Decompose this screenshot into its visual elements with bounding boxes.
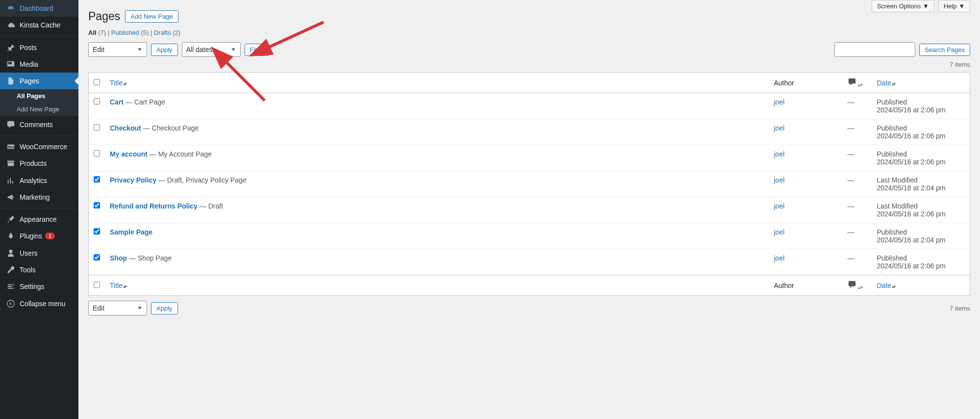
date-status: Published [877,98,965,106]
pages-table: Title Author ▴▾ Date Cart — Cart Pagejoe… [88,72,970,296]
dashboard-icon [6,4,16,13]
sidebar-item-label: Collapse menu [20,300,65,308]
sidebar-item-kinsta-cache[interactable]: Kinsta Cache [0,17,78,33]
sidebar-item-analytics[interactable]: Analytics [0,172,78,188]
select-all-top[interactable] [94,79,100,85]
sidebar-item-users[interactable]: Users [0,245,78,262]
admin-sidebar: DashboardKinsta CachePostsMediaPagesAll … [0,0,78,419]
view-filter-drafts[interactable]: Drafts (2) [154,29,180,36]
page-icon [6,77,16,85]
comment-icon [848,283,856,290]
plug-icon [6,232,16,240]
search-input[interactable] [834,42,915,57]
comment-count: — [848,124,854,132]
sidebar-item-label: Products [20,159,47,167]
sidebar-item-label: Settings [20,283,45,290]
submenu-item-add-new-page[interactable]: Add New Page [0,103,78,116]
view-filter-all[interactable]: All (7) [88,29,106,36]
collapse-icon [6,299,16,308]
sidebar-item-label: Appearance [20,215,57,223]
sidebar-item-settings[interactable]: Settings [0,278,78,295]
table-row: Cart — Cart Pagejoel—Published2024/05/16… [89,93,970,119]
date-value: 2024/05/16 at 2:04 pm [877,236,965,244]
sidebar-item-woocommerce[interactable]: WooWooCommerce [0,138,78,155]
page-title-link[interactable]: Privacy Policy [110,176,156,184]
author-link[interactable]: joel [774,176,785,184]
date-value: 2024/05/16 at 2:06 pm [877,132,965,140]
comment-icon [848,80,856,88]
select-all-bottom[interactable] [94,282,100,288]
bulk-apply-button-bottom[interactable]: Apply [151,302,178,314]
column-comments[interactable]: ▴▾ [843,73,872,93]
sidebar-item-posts[interactable]: Posts [0,39,78,56]
screen-options-button[interactable]: Screen Options ▼ [872,0,934,12]
page-title-suffix: — My Account Page [148,150,212,158]
sidebar-item-dashboard[interactable]: Dashboard [0,0,78,17]
comment-icon [6,120,16,129]
sidebar-item-plugins[interactable]: Plugins1 [0,228,78,244]
comment-count: — [848,98,854,106]
page-title-link[interactable]: My account [110,150,148,158]
page-title-link[interactable]: Checkout [110,124,141,132]
media-icon [6,60,16,69]
sidebar-item-pages[interactable]: Pages [0,73,78,89]
bulk-apply-button[interactable]: Apply [151,44,178,56]
date-value: 2024/05/16 at 2:04 pm [877,184,965,192]
page-title-link[interactable]: Refund and Returns Policy [110,202,198,210]
add-new-page-button[interactable]: Add New Page [125,10,178,23]
page-title-link[interactable]: Sample Page [110,228,152,236]
menu-separator [0,135,78,136]
sidebar-item-label: Kinsta Cache [20,21,60,29]
filter-button[interactable]: Filter [245,44,270,56]
search-button[interactable]: Search Pages [919,44,970,56]
column-title-sort-footer[interactable]: Title [110,282,126,289]
page-title-link[interactable]: Cart [110,98,124,106]
author-link[interactable]: joel [774,98,785,106]
row-checkbox[interactable] [94,254,100,261]
view-filter-published[interactable]: Published (5) [111,29,149,36]
date-status: Published [877,150,965,158]
cloud-icon [6,21,16,29]
row-checkbox[interactable] [94,176,100,183]
author-link[interactable]: joel [774,254,785,262]
date-filter-select[interactable]: All dates [182,42,241,57]
row-checkbox[interactable] [94,228,100,235]
archive-icon [6,159,16,168]
date-value: 2024/05/16 at 2:06 pm [877,106,965,114]
row-checkbox[interactable] [94,124,100,131]
column-date-sort-footer[interactable]: Date [877,282,895,289]
sidebar-item-media[interactable]: Media [0,56,78,73]
svg-point-2 [7,300,14,307]
submenu-item-all-pages[interactable]: All Pages [0,89,78,103]
date-status: Published [877,228,965,236]
row-checkbox[interactable] [94,202,100,209]
author-link[interactable]: joel [774,202,785,210]
bulk-action-select-bottom[interactable]: Edit [88,301,147,315]
sidebar-item-label: Comments [20,121,53,129]
column-title-sort[interactable]: Title [110,79,126,87]
author-link[interactable]: joel [774,150,785,158]
items-count-top: 7 items [950,61,970,68]
sidebar-item-tools[interactable]: Tools [0,262,78,278]
sidebar-item-label: Plugins [20,232,42,240]
page-title-link[interactable]: Shop [110,254,127,262]
sidebar-item-products[interactable]: Products [0,155,78,172]
sidebar-item-label: WooCommerce [20,143,67,151]
column-comments-footer[interactable]: ▴▾ [843,275,872,296]
row-checkbox[interactable] [94,150,100,157]
sidebar-item-collapse-menu[interactable]: Collapse menu [0,295,78,312]
sidebar-item-comments[interactable]: Comments [0,116,78,132]
sidebar-item-marketing[interactable]: Marketing [0,189,78,206]
row-checkbox[interactable] [94,98,100,105]
screen-meta-links: Screen Options ▼ Help ▼ [872,0,970,12]
author-link[interactable]: joel [774,124,785,132]
author-link[interactable]: joel [774,228,785,236]
date-value: 2024/05/16 at 2:06 pm [877,158,965,166]
bulk-action-select[interactable]: Edit [88,42,147,57]
column-date-sort[interactable]: Date [877,79,895,87]
status-filters: All (7) | Published (5) | Drafts (2) [88,29,970,36]
comment-count: — [848,228,854,236]
help-button[interactable]: Help ▼ [938,0,970,12]
sidebar-item-appearance[interactable]: Appearance [0,211,78,228]
sidebar-item-label: Dashboard [20,4,53,12]
